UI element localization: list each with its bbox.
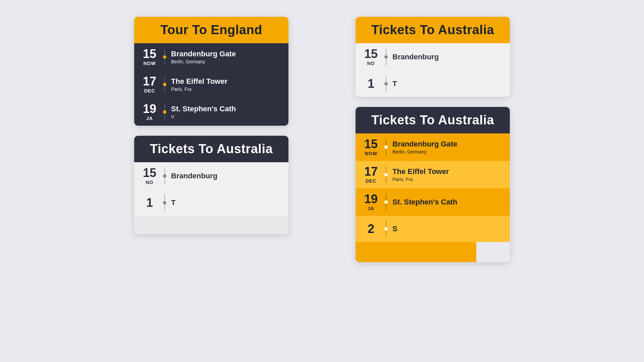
date-number: 1: [368, 78, 374, 90]
dest-name: St. Stephen's Cath: [171, 105, 282, 113]
dest-sub: Paris, Fra: [171, 86, 282, 92]
tickets-australia-card-right-bottom: Tickets To Australia 15 NOW Brandenburg …: [356, 107, 510, 262]
table-row: 15 NOW Brandenburg Gate Berlin, Germany: [356, 133, 510, 161]
table-row: 1 T: [134, 190, 288, 216]
date-number: 19: [364, 193, 378, 205]
dest-name: Brandenburg: [392, 53, 503, 61]
dest-name: Brandenburg: [171, 172, 282, 180]
dest-name: The Eiffel Tower: [171, 77, 282, 86]
row-divider: [163, 76, 166, 93]
tickets-australia-card-right-top: Tickets To Australia 15 NO Brandenburg: [356, 17, 510, 97]
date-month: DEC: [144, 88, 155, 94]
tickets-australia-title-right-bottom: Tickets To Australia: [371, 113, 494, 127]
dest-name: Brandenburg Gate: [392, 140, 503, 148]
partial-left: [356, 242, 476, 262]
divider-dot: [384, 145, 388, 149]
dest-name: Brandenburg Gate: [171, 50, 282, 58]
date-section: 15 NO: [141, 167, 158, 185]
divider-dot: [163, 201, 166, 204]
divider-dot: [163, 174, 166, 178]
date-month: JA: [368, 206, 374, 211]
right-column: Tickets To Australia 15 NO Brandenburg: [356, 17, 510, 262]
divider-dot: [384, 200, 388, 204]
row-divider: [384, 166, 388, 183]
dest-sub: V: [171, 114, 282, 119]
date-month: DEC: [366, 178, 377, 184]
partial-bottom-row: [134, 216, 288, 234]
date-number: 17: [364, 166, 378, 178]
date-section: 2: [362, 223, 380, 235]
table-row: 19 JA St. Stephen's Cath V: [134, 98, 288, 126]
row-divider: [163, 49, 166, 65]
divider-dot: [163, 110, 166, 114]
table-row: 19 JA St. Stephen's Cath: [356, 188, 510, 216]
row-divider: [384, 194, 388, 210]
destination-section: S: [392, 225, 503, 233]
table-row: 1 T: [356, 71, 510, 97]
date-number: 15: [364, 138, 378, 150]
dest-name: T: [392, 79, 503, 88]
tour-england-card: Tour To England 15 NOW Brandenburg Gate: [134, 17, 288, 126]
table-row: 15 NOW Brandenburg Gate Berlin, Germany: [134, 43, 288, 71]
tickets-australia-rows-left: 15 NO Brandenburg 1: [134, 162, 288, 234]
date-section: 1: [362, 78, 380, 90]
partial-bottom: [356, 242, 510, 262]
date-month: NOW: [143, 61, 156, 66]
date-section: 1: [141, 197, 158, 209]
tickets-australia-rows-right-top: 15 NO Brandenburg 1: [356, 43, 510, 97]
date-section: 15 NO: [362, 48, 380, 66]
dest-name: T: [171, 198, 282, 207]
divider-dot: [163, 83, 166, 86]
tickets-australia-rows-right-bottom: 15 NOW Brandenburg Gate Berlin, Germany: [356, 133, 510, 262]
date-month: NO: [146, 180, 154, 185]
divider-dot: [384, 227, 388, 231]
destination-section: Brandenburg Gate Berlin, Germany: [171, 50, 282, 64]
date-number: 2: [368, 223, 374, 235]
row-divider: [163, 194, 166, 211]
date-month: NO: [367, 61, 375, 66]
date-number: 15: [143, 167, 156, 179]
date-number: 15: [364, 48, 378, 60]
destination-section: The Eiffel Tower Paris, Fra: [171, 77, 282, 92]
row-divider: [384, 221, 388, 237]
row-divider: [163, 104, 166, 120]
destination-section: The Eiffel Tower Paris, Fra: [392, 167, 503, 182]
destination-section: Brandenburg Gate Berlin, Germany: [392, 140, 503, 155]
destination-section: Brandenburg: [392, 53, 503, 61]
divider-dot: [384, 55, 388, 59]
divider-dot: [163, 55, 166, 59]
dest-sub: Berlin, Germany: [392, 149, 503, 155]
divider-dot: [384, 82, 388, 85]
tour-england-header: Tour To England: [134, 17, 288, 43]
table-row: 17 DEC The Eiffel Tower Paris, Fra: [134, 71, 288, 98]
partial-right: [476, 242, 510, 262]
tour-england-rows: 15 NOW Brandenburg Gate Berlin, Germany: [134, 43, 288, 126]
left-column: Tour To England 15 NOW Brandenburg Gate: [134, 17, 288, 234]
row-divider: [384, 49, 388, 65]
tickets-australia-title-left: Tickets To Australia: [150, 142, 273, 156]
tickets-australia-card-left: Tickets To Australia 15 NO Brandenburg: [134, 136, 288, 234]
divider-dot: [384, 173, 388, 176]
date-section: 19 JA: [141, 103, 158, 121]
table-row: 2 S: [356, 216, 510, 242]
dest-sub: Berlin, Germany: [171, 59, 282, 64]
date-number: 19: [143, 103, 156, 115]
dest-sub: Paris, Fra: [392, 177, 503, 182]
date-number: 17: [143, 75, 156, 87]
date-month: JA: [146, 116, 153, 121]
tickets-australia-header-right-top: Tickets To Australia: [356, 17, 510, 43]
destination-section: St. Stephen's Cath: [392, 198, 503, 206]
date-number: 15: [143, 48, 156, 60]
page-container: Tour To England 15 NOW Brandenburg Gate: [0, 0, 644, 362]
table-row: 15 NO Brandenburg: [356, 43, 510, 71]
destination-section: St. Stephen's Cath V: [171, 105, 282, 119]
tickets-australia-header-left: Tickets To Australia: [134, 136, 288, 162]
dest-name: The Eiffel Tower: [392, 167, 503, 176]
table-row: 15 NO Brandenburg: [134, 162, 288, 190]
date-section: 17 DEC: [362, 166, 380, 184]
dest-name: St. Stephen's Cath: [392, 198, 503, 206]
destination-section: T: [392, 79, 503, 88]
table-row: 17 DEC The Eiffel Tower Paris, Fra: [356, 161, 510, 188]
tour-england-title: Tour To England: [160, 23, 262, 37]
tickets-australia-title-right-top: Tickets To Australia: [371, 23, 494, 37]
